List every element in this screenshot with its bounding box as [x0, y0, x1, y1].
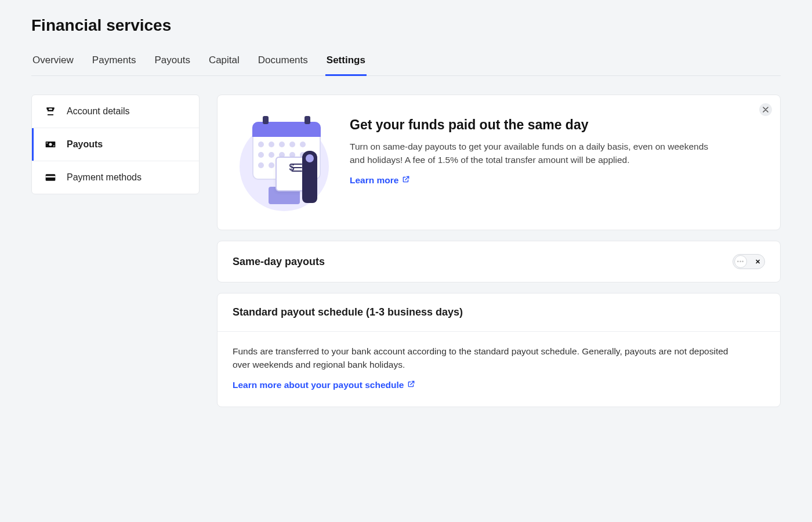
promo-title: Get your funds paid out the same day [350, 117, 709, 133]
page-title: Financial services [31, 16, 781, 35]
external-link-icon [407, 380, 415, 390]
schedule-title: Standard payout schedule (1-3 business d… [233, 306, 765, 318]
same-day-toggle[interactable]: ••• ✕ [733, 254, 765, 269]
same-day-label: Same-day payouts [233, 256, 325, 268]
svg-point-1 [49, 143, 52, 146]
same-day-payouts-row: Same-day payouts ••• ✕ [217, 241, 781, 282]
tab-settings[interactable]: Settings [325, 49, 367, 76]
cash-icon [45, 139, 56, 150]
schedule-learn-more-link[interactable]: Learn more about your payout schedule [233, 380, 415, 390]
promo-learn-more-link[interactable]: Learn more [350, 175, 410, 186]
tab-overview[interactable]: Overview [31, 49, 75, 76]
standard-schedule-card: Standard payout schedule (1-3 business d… [217, 293, 781, 407]
sidebar-item-label: Payment methods [67, 172, 142, 183]
link-label: Learn more [350, 175, 398, 186]
card-icon [45, 172, 56, 183]
svg-rect-2 [46, 143, 48, 144]
svg-rect-5 [46, 176, 56, 178]
settings-sidebar: Account details Payouts Payment methods [31, 95, 200, 194]
tab-payments[interactable]: Payments [91, 49, 137, 76]
schedule-body: Funds are transferred to your bank accou… [233, 345, 731, 372]
tab-documents[interactable]: Documents [257, 49, 309, 76]
sidebar-item-label: Account details [67, 106, 130, 117]
tab-bar: Overview Payments Payouts Capital Docume… [31, 49, 781, 76]
svg-rect-3 [53, 146, 55, 147]
promo-card: $ Get your funds paid out the same day T… [217, 95, 781, 230]
tab-payouts[interactable]: Payouts [153, 49, 191, 76]
toggle-knob: ••• [734, 255, 747, 268]
tab-capital[interactable]: Capital [208, 49, 241, 76]
sidebar-item-payouts[interactable]: Payouts [32, 128, 199, 161]
storefront-icon [45, 106, 56, 117]
promo-body: Turn on same-day payouts to get your ava… [350, 140, 709, 167]
sidebar-item-payment-methods[interactable]: Payment methods [32, 161, 199, 194]
promo-illustration: $ [235, 111, 334, 210]
close-icon[interactable] [759, 103, 772, 116]
sidebar-item-label: Payouts [67, 139, 103, 150]
sidebar-item-account-details[interactable]: Account details [32, 95, 199, 128]
toggle-off-indicator-icon: ✕ [755, 258, 760, 266]
link-label: Learn more about your payout schedule [233, 380, 404, 390]
external-link-icon [402, 175, 410, 186]
